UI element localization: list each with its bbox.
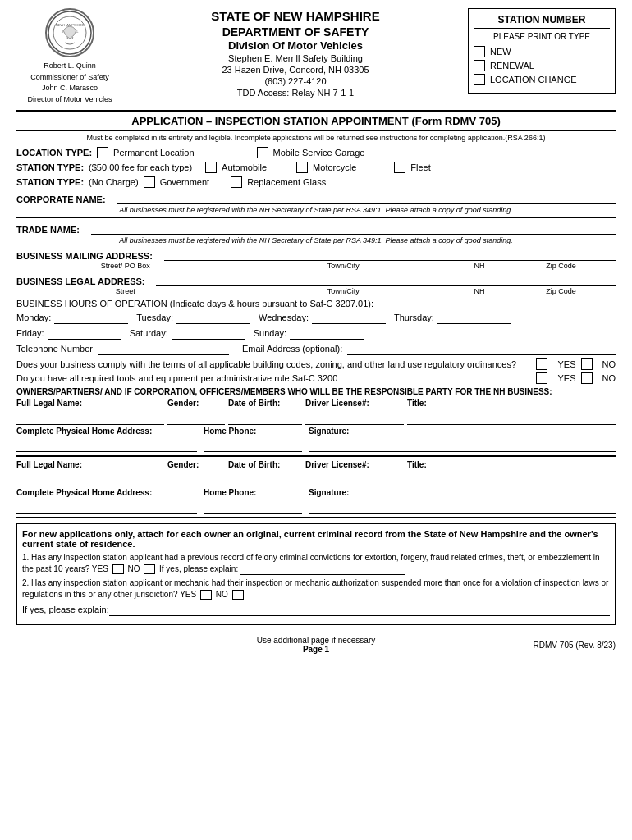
saturday-label: Saturday:: [130, 328, 168, 338]
motorcycle-label: Motorcycle: [313, 162, 356, 172]
footer: Use additional page if necessary Page 1 …: [16, 632, 616, 654]
sunday-label: Sunday:: [254, 328, 286, 338]
q2-yes-no: YES NO: [536, 372, 616, 384]
thursday-field[interactable]: [437, 311, 511, 324]
owner2-dob-field[interactable]: [228, 470, 302, 486]
owner1-addr-row: Complete Physical Home Address: Home Pho…: [16, 427, 616, 452]
owner2-gender-field[interactable]: [167, 470, 225, 486]
location-change-label: LOCATION CHANGE: [490, 75, 577, 84]
mailing-sub1: Street/ PO Box: [16, 262, 234, 270]
q1-yes-no: YES NO: [536, 358, 616, 370]
owner2-addr-field[interactable]: [16, 497, 197, 514]
q3-row: If yes, please explain:: [22, 603, 610, 616]
tuesday-label: Tuesday:: [136, 313, 173, 322]
legal-sub1: Street: [16, 287, 234, 295]
owner-table-header: Full Legal Name: Gender: Date of Birth: …: [16, 399, 616, 408]
government-checkbox[interactable]: [144, 176, 155, 188]
legal-sub2: Town/City: [234, 287, 451, 295]
friday-label: Friday:: [16, 328, 44, 338]
trade-name-label: TRADE NAME:: [16, 225, 80, 235]
col-dl: Driver License#:: [305, 399, 404, 408]
tdd: TDD Access: Relay NH 7-1-1: [131, 88, 460, 98]
official2-name: John C. Marasco: [42, 84, 98, 92]
friday-field[interactable]: [48, 326, 121, 340]
owner1-name-field[interactable]: [16, 409, 164, 425]
footer-use-additional: Use additional page if necessary: [167, 636, 466, 645]
mailing-sub2: Town/City: [234, 262, 451, 270]
legal-address-section: BUSINESS LEGAL ADDRESS: Street Town/City…: [16, 273, 616, 295]
owner1-gender-field[interactable]: [167, 409, 225, 425]
owner2-sig-label-group: Signature:: [309, 488, 616, 514]
trade-name-field[interactable]: [91, 221, 616, 235]
mailing-address-label: BUSINESS MAILING ADDRESS:: [16, 251, 153, 261]
compliance-q1-row: Does your business comply with the terms…: [16, 358, 616, 370]
col-full-legal: Full Legal Name:: [16, 399, 164, 408]
permanent-location-checkbox[interactable]: [97, 147, 108, 158]
q1-yes-box[interactable]: [112, 564, 124, 574]
owner2-phone-label-group: Home Phone:: [204, 488, 302, 514]
footer-form: RDMV 705 (Rev. 8/23): [466, 641, 616, 650]
official1-name: Robert L. Quinn: [44, 62, 96, 70]
mailing-address-field[interactable]: [164, 248, 616, 261]
trade-name-row: TRADE NAME:: [16, 221, 616, 235]
q1-yes-label: YES: [557, 359, 575, 369]
motorcycle-checkbox[interactable]: [296, 162, 308, 173]
q1-yes-checkbox[interactable]: [536, 358, 547, 370]
q1-no-checkbox[interactable]: [581, 358, 593, 370]
sunday-item: Sunday:: [254, 326, 364, 340]
official1-title: Commissioner of Safety: [30, 73, 109, 81]
q2-yes-checkbox[interactable]: [536, 372, 547, 384]
telephone-field[interactable]: [98, 342, 229, 355]
corporate-name-row: CORPORATE NAME:: [16, 191, 616, 204]
owner1-addr-field[interactable]: [16, 436, 197, 452]
tuesday-field[interactable]: [176, 311, 250, 324]
q2-yes-box[interactable]: [200, 590, 212, 600]
motorcycle-group: Motorcycle: [296, 162, 356, 173]
legal-address-label: BUSINESS LEGAL ADDRESS:: [16, 276, 144, 286]
col-dl2: Driver License#:: [305, 460, 404, 469]
owner2-sig-field[interactable]: [309, 497, 616, 514]
q1-no-text: NO: [127, 564, 140, 573]
corporate-name-field[interactable]: [117, 191, 616, 204]
owner1-title-field[interactable]: [407, 409, 616, 425]
compliance-q2-text: Do you have all required tools and equip…: [16, 373, 528, 383]
q1-explain-field[interactable]: [240, 564, 405, 575]
owner2-title-field[interactable]: [407, 470, 616, 486]
q2-yes-label: YES: [557, 373, 575, 383]
legal-sub3: NH: [452, 287, 506, 295]
q2-no-box[interactable]: [232, 590, 244, 600]
sunday-field[interactable]: [290, 326, 364, 340]
mobile-garage-checkbox[interactable]: [257, 147, 268, 158]
email-field[interactable]: [347, 342, 616, 355]
owner1-sig-field[interactable]: [309, 436, 616, 452]
divider1: [16, 217, 616, 218]
mailing-sub3: NH: [452, 262, 506, 270]
automobile-checkbox[interactable]: [205, 162, 217, 173]
owner1-dl-field[interactable]: [305, 409, 404, 425]
owner1-dob-field[interactable]: [228, 409, 302, 425]
q1-no-box[interactable]: [144, 564, 155, 574]
owner2-dl-field[interactable]: [305, 470, 404, 486]
legal-address-field[interactable]: [156, 273, 616, 286]
phone-label2: Home Phone:: [204, 488, 302, 497]
wednesday-field[interactable]: [312, 311, 386, 324]
q3-field[interactable]: [109, 603, 610, 616]
q3-label: If yes, please explain:: [22, 605, 109, 614]
division-title: Division Of Motor Vehicles: [131, 39, 460, 52]
q1-no-label: NO: [602, 359, 616, 369]
mailing-sub4: Zip Code: [506, 262, 616, 270]
saturday-field[interactable]: [172, 326, 245, 340]
owner2-name-field[interactable]: [16, 470, 164, 486]
location-change-checkbox[interactable]: [474, 74, 485, 85]
q2-no-label: NO: [602, 373, 616, 383]
government-group: Government: [144, 176, 210, 188]
q2-no-checkbox[interactable]: [581, 372, 593, 384]
new-checkbox[interactable]: [474, 46, 485, 57]
fleet-checkbox[interactable]: [394, 162, 405, 173]
renewal-checkbox[interactable]: [474, 60, 485, 71]
owner2-phone-field[interactable]: [204, 497, 302, 514]
replacement-glass-checkbox[interactable]: [231, 176, 242, 188]
monday-field[interactable]: [54, 311, 128, 324]
owner1-phone-field[interactable]: [204, 436, 302, 452]
new-apps-section: For new applications only, attach for ea…: [16, 523, 616, 625]
